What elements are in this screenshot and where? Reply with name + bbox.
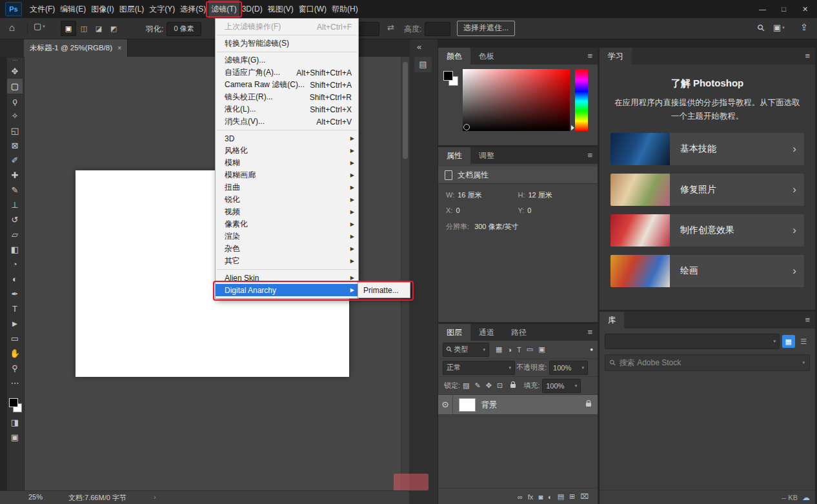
- layers-panel-tab-1[interactable]: 图层: [438, 324, 470, 341]
- menubar-item-11[interactable]: 帮助(H): [329, 0, 361, 18]
- menubar-item-2[interactable]: 编辑(E): [57, 0, 88, 18]
- quick-mask-button[interactable]: ◨: [7, 415, 23, 430]
- layer-filter-type-select[interactable]: ⚲ 类型 ▾: [443, 343, 489, 357]
- learn-panel-tab-1[interactable]: 学习: [600, 48, 632, 65]
- move-tool[interactable]: ✥: [7, 64, 23, 79]
- panel-menu-icon[interactable]: ≡: [587, 52, 592, 61]
- submenu-item-primatte[interactable]: Primatte...: [358, 284, 410, 296]
- layers-panel-tab-3[interactable]: 路径: [503, 324, 535, 341]
- layer-kind-filter-icon-2[interactable]: ◑: [507, 346, 512, 354]
- feather-input[interactable]: 0 像素: [166, 22, 201, 36]
- toolbar-grip[interactable]: ⋯: [7, 57, 24, 64]
- color-panel-tab-1[interactable]: 颜色: [438, 48, 470, 65]
- menubar-item-7[interactable]: 滤镜(T): [208, 0, 239, 18]
- color-panel-tab-2[interactable]: 色板: [470, 48, 503, 65]
- pen-tool[interactable]: ✒: [7, 287, 23, 301]
- visibility-eye-icon[interactable]: ⊙: [438, 395, 453, 414]
- select-and-mask-button[interactable]: 选择并遮住...: [457, 21, 515, 36]
- current-tool-icon[interactable]: ▢▾: [34, 21, 45, 31]
- layer-kind-filter-icon-1[interactable]: ▦: [496, 345, 502, 354]
- hue-slider-marker[interactable]: [571, 125, 574, 130]
- adjustment-layer-icon[interactable]: ◐: [548, 493, 552, 501]
- learn-card-1[interactable]: 基本技能›: [610, 133, 804, 165]
- zoom-level[interactable]: 25%: [28, 493, 43, 501]
- learn-card-2[interactable]: 修复照片›: [610, 174, 804, 206]
- filter-menu-item-7[interactable]: Camera Raw 滤镜(C)...Shift+Ctrl+A: [216, 79, 358, 91]
- home-icon[interactable]: ⌂: [9, 22, 15, 33]
- filter-menu-item-20[interactable]: 渲染▶: [216, 230, 358, 243]
- library-search-input[interactable]: ⚲ 搜索 Adobe Stock ▾: [605, 354, 810, 371]
- filter-toggle-icon[interactable]: ●: [590, 347, 593, 352]
- list-view-icon[interactable]: ☰: [798, 335, 810, 348]
- brush-tool[interactable]: ✎: [7, 183, 23, 197]
- maximize-button[interactable]: □: [773, 0, 794, 18]
- tab-close-icon[interactable]: ×: [117, 44, 121, 52]
- menubar-item-4[interactable]: 图层(L): [117, 0, 147, 18]
- panel-menu-icon[interactable]: ≡: [805, 52, 810, 61]
- properties-panel-tab-2[interactable]: 调整: [470, 147, 503, 164]
- lock-icon-4[interactable]: ⊡: [497, 381, 503, 390]
- frame-tool[interactable]: ⊠: [7, 138, 23, 153]
- scrollbar-thumb[interactable]: [403, 62, 408, 159]
- blend-mode-select[interactable]: 正常 ▾: [443, 361, 515, 375]
- learn-card-3[interactable]: 制作创意效果›: [610, 214, 804, 247]
- type-tool[interactable]: T: [7, 301, 23, 316]
- search-icon[interactable]: ⚲: [755, 22, 767, 34]
- filter-menu-item-24[interactable]: Alien Skin▶: [216, 272, 358, 284]
- document-tab[interactable]: 未标题-1 @ 25%(RGB/8) ×: [24, 39, 128, 57]
- crop-tool[interactable]: ◱: [7, 123, 23, 138]
- filter-menu-item-8[interactable]: 镜头校正(R)...Shift+Ctrl+R: [216, 91, 358, 103]
- minimize-button[interactable]: —: [752, 0, 773, 18]
- lock-icon-1[interactable]: ▨: [463, 381, 469, 390]
- menubar-item-6[interactable]: 选择(S): [177, 0, 208, 18]
- workspace-switcher-icon[interactable]: ▣▾: [773, 23, 785, 32]
- filter-menu-item-13[interactable]: 风格化▶: [216, 145, 358, 157]
- quick-selection-tool[interactable]: ✧: [7, 108, 23, 123]
- filter-menu-item-18[interactable]: 视频▶: [216, 206, 358, 218]
- zoom-tool[interactable]: ⚲: [7, 361, 23, 376]
- dodge-tool[interactable]: ◐: [7, 272, 23, 287]
- filter-menu-item-1[interactable]: 上次滤镜操作(F)Alt+Ctrl+F: [216, 21, 358, 33]
- rectangular-marquee-tool[interactable]: ▢: [7, 79, 23, 94]
- hue-slider[interactable]: [575, 69, 588, 131]
- swap-width-height-icon[interactable]: ⇄: [387, 23, 394, 32]
- path-selection-tool[interactable]: ►: [7, 316, 23, 331]
- lock-icon-2[interactable]: ✎: [474, 381, 480, 390]
- new-layer-icon[interactable]: ⊞: [569, 492, 575, 501]
- filter-menu-item-3[interactable]: 转换为智能滤镜(S): [216, 37, 358, 50]
- foreground-background-swatches[interactable]: [443, 71, 460, 88]
- eyedropper-tool[interactable]: ✐: [7, 153, 23, 168]
- fill-select[interactable]: 100% ▾: [542, 379, 581, 393]
- layer-effects-icon[interactable]: fx: [528, 493, 534, 501]
- delete-layer-icon[interactable]: ⌧: [580, 492, 589, 501]
- properties-panel-tab-1[interactable]: 属性: [438, 147, 470, 164]
- rectangle-tool[interactable]: ▭: [7, 331, 23, 346]
- height-input[interactable]: [425, 22, 450, 36]
- filter-menu-item-22[interactable]: 其它▶: [216, 255, 358, 267]
- link-layers-icon[interactable]: ∞: [518, 493, 523, 501]
- selection-mode-icon-1[interactable]: ▣: [61, 21, 76, 36]
- menubar-item-1[interactable]: 文件(F): [27, 0, 57, 18]
- filter-menu-item-10[interactable]: 消失点(V)...Alt+Ctrl+V: [216, 116, 358, 128]
- lock-all-icon[interactable]: [510, 384, 516, 388]
- lock-icon-3[interactable]: ✥: [486, 381, 492, 390]
- filter-menu-item-6[interactable]: 自适应广角(A)...Alt+Shift+Ctrl+A: [216, 66, 358, 79]
- filter-menu-item-15[interactable]: 模糊画廊▶: [216, 169, 358, 181]
- learn-card-4[interactable]: 绘画›: [610, 255, 804, 287]
- clone-stamp-tool[interactable]: ⊥: [7, 197, 23, 212]
- library-select[interactable]: ▾: [605, 334, 780, 349]
- status-chevron-icon[interactable]: ›: [154, 493, 156, 501]
- saturation-brightness-field[interactable]: [463, 69, 570, 131]
- eraser-tool[interactable]: ▱: [7, 227, 23, 242]
- selection-mode-icon-4[interactable]: ◩: [106, 21, 121, 35]
- menubar-item-3[interactable]: 图像(I): [88, 0, 116, 18]
- hand-tool[interactable]: ✋: [7, 346, 23, 361]
- menubar-item-10[interactable]: 窗口(W): [296, 0, 329, 18]
- panel-menu-icon[interactable]: ≡: [587, 328, 592, 337]
- layers-panel-tab-2[interactable]: 通道: [470, 324, 503, 341]
- share-icon[interactable]: ⇪: [800, 22, 808, 32]
- menubar-item-8[interactable]: 3D(D): [239, 0, 265, 18]
- width-input[interactable]: [356, 22, 379, 36]
- filter-menu-item-16[interactable]: 扭曲▶: [216, 181, 358, 194]
- lasso-tool[interactable]: ϙ: [7, 94, 23, 108]
